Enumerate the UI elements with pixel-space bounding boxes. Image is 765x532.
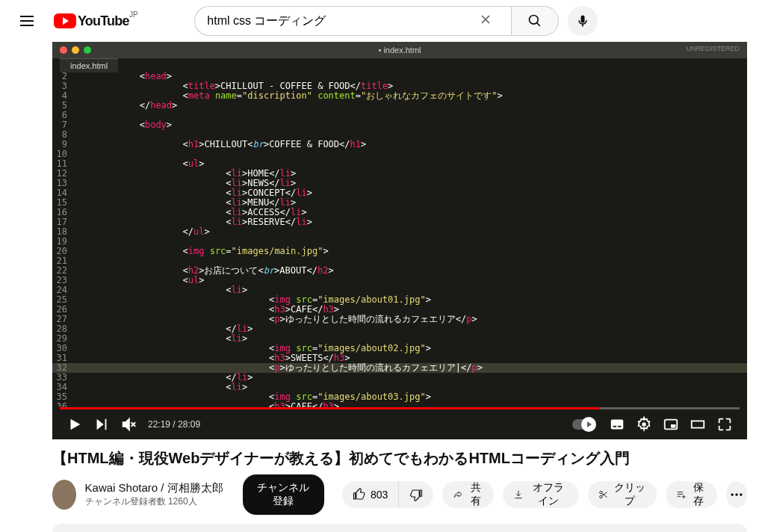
svg-rect-2 <box>611 420 624 430</box>
video-player[interactable]: • index.html UNREGISTERED index.html 2 <… <box>52 42 747 439</box>
editor-titlebar: • index.html <box>52 42 747 58</box>
editor-tab: index.html <box>60 58 118 72</box>
svg-point-13 <box>740 493 742 495</box>
svg-rect-3 <box>613 426 617 427</box>
window-traffic-lights <box>60 46 91 54</box>
like-dislike-group: 803 <box>342 481 433 508</box>
code-line: 18 </ul> <box>52 227 747 237</box>
mute-button[interactable] <box>115 411 142 438</box>
more-actions-button[interactable] <box>726 481 747 508</box>
download-label: オフライン <box>528 481 569 508</box>
gear-icon <box>636 416 652 433</box>
unregistered-label: UNREGISTERED <box>686 45 740 52</box>
thumbs-down-icon <box>409 488 423 501</box>
miniplayer-icon <box>663 416 679 433</box>
theater-icon <box>690 416 706 433</box>
search-icon <box>527 13 542 28</box>
country-code: JP <box>129 10 138 19</box>
youtube-logo[interactable]: YouTube JP <box>54 13 129 29</box>
share-button[interactable]: 共有 <box>442 481 494 508</box>
fullscreen-button[interactable] <box>711 411 738 438</box>
video-meta-row: Kawai Shotaro / 河相勝太郎 チャンネル登録者数 1260人 チャ… <box>52 474 747 515</box>
voice-search-button[interactable] <box>568 6 598 36</box>
clear-search-button[interactable] <box>472 12 499 30</box>
clip-button[interactable]: クリップ <box>588 481 656 508</box>
like-button[interactable]: 803 <box>342 481 399 508</box>
video-title: 【HTML編・現役Webデザイナーが教える】初めてでもわかるHTMLコーディング… <box>52 448 747 468</box>
download-button[interactable]: オフライン <box>503 481 579 508</box>
page-content: • index.html UNREGISTERED index.html 2 <… <box>0 42 765 532</box>
microphone-icon <box>575 13 590 28</box>
channel-block: Kawai Shotaro / 河相勝太郎 チャンネル登録者数 1260人 <box>85 481 223 508</box>
time-display: 22:19 / 28:09 <box>148 419 200 430</box>
svg-rect-7 <box>671 424 675 428</box>
search-wrap <box>194 6 559 36</box>
code-line: 5 </head> <box>52 101 747 111</box>
svg-rect-4 <box>618 426 622 427</box>
clip-label: クリップ <box>613 481 645 508</box>
miniplayer-button[interactable] <box>657 411 684 438</box>
share-icon <box>453 488 463 501</box>
svg-point-11 <box>731 493 733 495</box>
save-button[interactable]: 保存 <box>666 481 717 508</box>
masthead-center <box>194 6 598 36</box>
like-count: 803 <box>371 489 388 501</box>
svg-rect-8 <box>692 421 704 427</box>
code-line: 9 <h1>CHILLOUT<br>COFFEE & FOOD</h1> <box>52 140 747 149</box>
volume-muted-icon <box>120 416 137 433</box>
channel-name[interactable]: Kawai Shotaro / 河相勝太郎 <box>85 481 223 495</box>
channel-avatar[interactable] <box>52 480 76 510</box>
hamburger-icon <box>18 12 36 30</box>
next-button[interactable] <box>88 411 115 438</box>
youtube-logo-text: YouTube <box>78 13 129 29</box>
youtube-logo-icon <box>54 13 76 28</box>
dislike-button[interactable] <box>399 481 433 508</box>
subtitles-icon <box>609 416 625 433</box>
minimize-dot-icon <box>72 46 79 54</box>
code-area: 2 <head>3 <title>CHILLOUT - COFFEE & FOO… <box>52 72 747 408</box>
zoom-dot-icon <box>84 46 91 54</box>
playlist-add-icon <box>676 488 687 501</box>
svg-point-5 <box>642 422 646 427</box>
subtitles-button[interactable] <box>604 411 631 438</box>
search-input[interactable] <box>207 14 472 28</box>
code-line: 7 <body> <box>52 120 747 130</box>
thumbs-up-icon <box>353 488 366 501</box>
settings-button[interactable] <box>631 411 657 438</box>
subscriber-count: チャンネル登録者数 1260人 <box>85 495 223 508</box>
next-icon <box>93 416 110 433</box>
subscribe-button[interactable]: チャンネル登録 <box>243 474 324 515</box>
search-box <box>194 6 511 36</box>
svg-point-12 <box>735 493 737 495</box>
theater-button[interactable] <box>684 411 711 438</box>
svg-point-0 <box>530 16 539 25</box>
fullscreen-icon <box>716 416 733 433</box>
close-dot-icon <box>60 46 67 54</box>
svg-rect-1 <box>581 16 585 23</box>
play-icon <box>66 416 83 433</box>
masthead: YouTube JP <box>0 0 765 42</box>
code-line: 20 <img src="images/main.jpg"> <box>52 247 747 256</box>
description-box[interactable]: 3万 回視聴 3 年前 #福山 #広島 #Webデザイン 【架空のカフェのサイト… <box>52 524 747 532</box>
autoplay-toggle[interactable] <box>572 419 595 430</box>
save-label: 保存 <box>690 481 706 508</box>
share-label: 共有 <box>468 481 483 508</box>
search-button[interactable] <box>511 6 559 36</box>
hamburger-button[interactable] <box>12 6 42 36</box>
player-controls: 22:19 / 28:09 <box>52 409 747 439</box>
scissors-icon <box>598 488 609 501</box>
ellipsis-icon <box>729 487 744 502</box>
editor-document-title: • index.html <box>378 46 421 55</box>
close-icon <box>478 12 493 27</box>
play-button[interactable] <box>61 411 88 438</box>
download-icon <box>513 488 524 501</box>
masthead-left: YouTube JP <box>12 6 129 36</box>
